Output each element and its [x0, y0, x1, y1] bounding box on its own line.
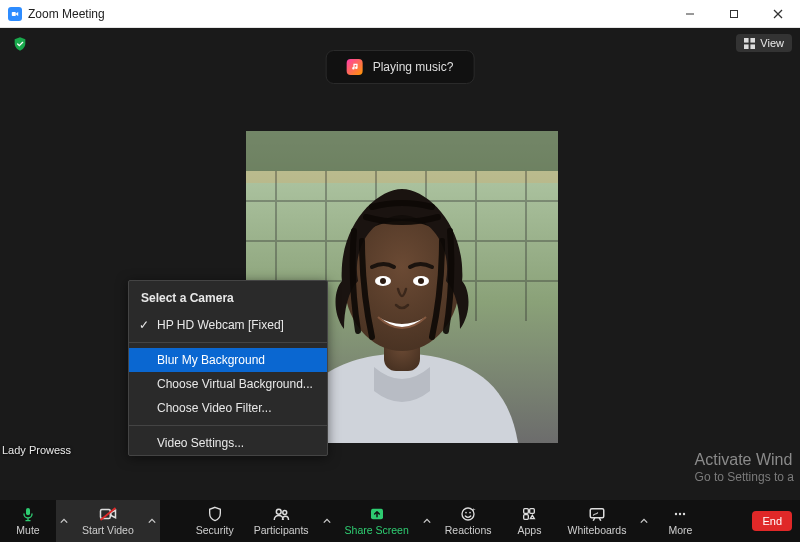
minimize-button[interactable] — [668, 0, 712, 28]
svg-point-44 — [679, 513, 681, 515]
mute-caret[interactable] — [56, 500, 72, 542]
svg-point-30 — [276, 510, 281, 515]
whiteboard-icon — [588, 506, 606, 522]
svg-rect-8 — [751, 44, 756, 49]
meeting-stage: View Playing music? — [0, 28, 800, 500]
titlebar: Zoom Meeting — [0, 0, 800, 28]
menu-item-virtual-background[interactable]: Choose Virtual Background... — [129, 372, 327, 396]
start-video-button[interactable]: Start Video — [72, 500, 144, 542]
participant-name-label: Lady Prowess — [2, 444, 71, 456]
svg-point-24 — [380, 278, 386, 284]
svg-rect-10 — [246, 131, 558, 171]
menu-separator — [129, 425, 327, 426]
menu-item-blur-background[interactable]: Blur My Background — [129, 348, 327, 372]
svg-rect-38 — [530, 509, 535, 514]
grid-icon — [744, 38, 755, 49]
shield-icon — [207, 506, 223, 522]
svg-point-31 — [283, 511, 287, 515]
security-button[interactable]: Security — [186, 500, 244, 542]
zoom-window: Zoom Meeting View Playing music? — [0, 0, 800, 542]
svg-point-34 — [465, 512, 467, 514]
svg-point-35 — [469, 512, 471, 514]
svg-rect-2 — [731, 10, 738, 17]
share-screen-button[interactable]: Share Screen — [335, 500, 419, 542]
pill-text: Playing music? — [373, 60, 454, 74]
svg-rect-39 — [524, 515, 529, 520]
start-video-caret[interactable] — [144, 500, 160, 542]
more-icon — [672, 506, 688, 522]
end-meeting-button[interactable]: End — [752, 511, 792, 531]
participants-button[interactable]: Participants — [244, 500, 319, 542]
menu-item-camera[interactable]: HP HD Webcam [Fixed] — [129, 313, 327, 337]
meeting-toolbar: Mute Start Video Security Participants — [0, 500, 800, 542]
participants-caret[interactable] — [319, 500, 335, 542]
svg-rect-6 — [751, 38, 756, 43]
chevron-up-icon — [640, 517, 648, 525]
chevron-up-icon — [148, 517, 156, 525]
video-off-icon — [99, 506, 117, 522]
share-screen-icon — [369, 506, 385, 522]
svg-point-43 — [675, 513, 677, 515]
smiley-icon: + — [460, 506, 476, 522]
mute-button[interactable]: Mute — [0, 500, 56, 542]
video-options-menu: Select a Camera HP HD Webcam [Fixed] Blu… — [128, 280, 328, 456]
apps-icon — [521, 506, 537, 522]
chevron-up-icon — [423, 517, 431, 525]
menu-item-video-filter[interactable]: Choose Video Filter... — [129, 396, 327, 420]
svg-rect-0 — [12, 12, 16, 16]
microphone-icon — [20, 506, 36, 522]
encryption-shield-icon[interactable] — [12, 36, 28, 52]
windows-activation-watermark: Activate Wind Go to Settings to a — [695, 450, 794, 486]
maximize-button[interactable] — [712, 0, 756, 28]
svg-rect-5 — [744, 38, 749, 43]
window-title: Zoom Meeting — [28, 7, 105, 21]
music-note-icon — [347, 59, 363, 75]
menu-item-video-settings[interactable]: Video Settings... — [129, 431, 327, 455]
menu-header: Select a Camera — [129, 289, 327, 313]
menu-separator — [129, 342, 327, 343]
participants-icon — [272, 506, 290, 522]
svg-point-45 — [683, 513, 685, 515]
svg-text:+: + — [472, 506, 476, 512]
share-screen-caret[interactable] — [419, 500, 435, 542]
view-label: View — [760, 37, 784, 49]
view-button[interactable]: View — [736, 34, 792, 52]
chevron-up-icon — [323, 517, 331, 525]
whiteboards-caret[interactable] — [636, 500, 652, 542]
playing-music-pill[interactable]: Playing music? — [326, 50, 475, 84]
more-button[interactable]: More — [652, 500, 708, 542]
svg-rect-11 — [246, 171, 558, 183]
svg-point-26 — [418, 278, 424, 284]
whiteboards-button[interactable]: Whiteboards — [557, 500, 636, 542]
close-button[interactable] — [756, 0, 800, 28]
apps-button[interactable]: Apps — [501, 500, 557, 542]
chevron-up-icon — [60, 517, 68, 525]
svg-rect-37 — [524, 509, 529, 514]
svg-rect-7 — [744, 44, 749, 49]
svg-rect-27 — [26, 508, 30, 515]
reactions-button[interactable]: + Reactions — [435, 500, 502, 542]
zoom-app-icon — [8, 7, 22, 21]
